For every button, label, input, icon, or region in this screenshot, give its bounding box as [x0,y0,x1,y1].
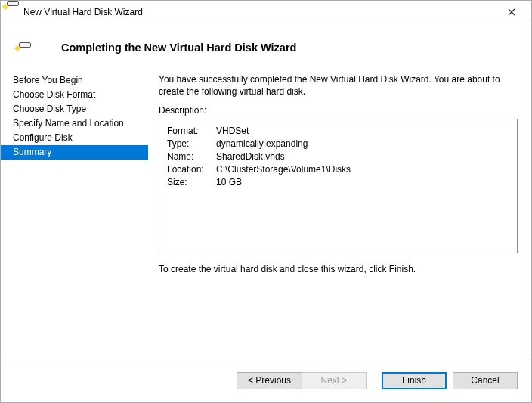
property-label: Format: [167,126,216,136]
title-bar: New Virtual Hard Disk Wizard [1,1,531,23]
property-label: Type: [167,138,216,149]
sidebar-item-choose-disk-type[interactable]: Choose Disk Type [11,102,148,116]
description-label: Description: [159,105,518,116]
property-row-name: Name: SharedDisk.vhds [167,151,509,162]
description-box: Format: VHDSet Type: dynamically expandi… [159,119,518,253]
property-value: dynamically expanding [216,138,308,149]
sidebar-item-summary[interactable]: Summary [1,145,148,160]
property-label: Location: [167,164,216,175]
property-label: Name: [167,151,216,162]
property-row-format: Format: VHDSet [167,126,509,136]
property-value: VHDSet [216,126,249,136]
wizard-footer: < Previous Next > Finish Cancel [1,358,531,402]
property-value: C:\ClusterStorage\Volume1\Disks [216,164,351,175]
intro-text: You have successfully completed the New … [159,73,518,98]
property-value: 10 GB [216,177,242,188]
property-row-type: Type: dynamically expanding [167,138,509,149]
outro-text: To create the virtual hard disk and clos… [159,264,518,274]
wizard-header: Completing the New Virtual Hard Disk Wiz… [1,23,531,72]
previous-button[interactable]: < Previous [237,372,302,389]
window-title: New Virtual Hard Disk Wizard [23,7,143,17]
close-button[interactable] [495,1,528,23]
sidebar-item-choose-disk-format[interactable]: Choose Disk Format [11,88,148,102]
cancel-button[interactable]: Cancel [453,372,518,389]
disk-wizard-icon [7,6,19,18]
sidebar-item-before-you-begin[interactable]: Before You Begin [11,73,148,88]
page-title: Completing the New Virtual Hard Disk Wiz… [61,42,296,54]
property-row-location: Location: C:\ClusterStorage\Volume1\Disk… [167,164,509,175]
wizard-steps-sidebar: Before You Begin Choose Disk Format Choo… [1,72,148,358]
next-button: Next > [302,372,367,389]
property-label: Size: [167,177,216,188]
property-value: SharedDisk.vhds [216,151,285,162]
sidebar-item-configure-disk[interactable]: Configure Disk [11,131,148,145]
wizard-content: You have successfully completed the New … [148,72,531,358]
sidebar-item-specify-name-location[interactable]: Specify Name and Location [11,116,148,131]
property-row-size: Size: 10 GB [167,177,509,188]
finish-button[interactable]: Finish [382,372,447,389]
